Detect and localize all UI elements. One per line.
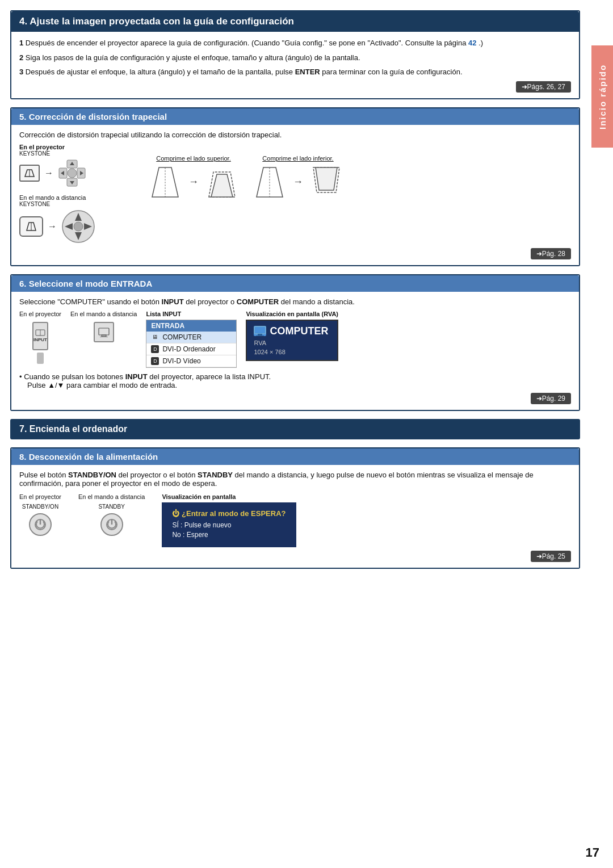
input-list-header: ENTRADA <box>146 320 236 332</box>
section4-step1: 1 Después de encender el proyector apare… <box>19 37 571 49</box>
svg-point-18 <box>74 222 83 231</box>
keystone-button-projector <box>19 165 40 182</box>
section8-header: 8. Desconexión de la alimentación <box>11 448 579 465</box>
svg-marker-22 <box>211 174 233 197</box>
s8-label-btn-remote: STANDBY <box>98 504 125 510</box>
section8-desc: Pulse el botón STANDBY/ON del proyector … <box>19 471 571 488</box>
s8-screen-title: ⏻ ¿Entrar al modo de ESPERA? <box>172 509 285 518</box>
label-keystone-s5: KEYSTONE <box>19 150 144 157</box>
rva-sub1: RVA <box>254 339 330 346</box>
svg-rect-34 <box>256 336 264 336</box>
keystone-button-remote <box>19 216 43 237</box>
label-keystone-remote-s5: KEYSTONE <box>19 201 144 207</box>
section6-page-ref: ➜Pág. 29 <box>531 393 571 404</box>
arrow-mid2-s5: → <box>293 176 303 188</box>
trap-compressed-lower <box>311 165 342 199</box>
label-input-list: Lista INPUT <box>146 311 237 317</box>
s8-label-btn-projector: STANDBY/ON <box>22 504 58 510</box>
input-button-projector: INPUT <box>32 322 48 350</box>
input-list-box: ENTRADA 🖥 COMPUTER D DVI-D Ordenador D D… <box>146 320 237 368</box>
section4: 4. Ajuste la imagen proyectada con la gu… <box>10 10 580 99</box>
rva-title-text: COMPUTER <box>270 325 328 337</box>
svg-rect-29 <box>99 328 109 335</box>
s8-screen-group: Visualización en pantalla ⏻ ¿Entrar al m… <box>162 493 296 547</box>
section8-page-ref: ➜Pág. 25 <box>531 551 571 562</box>
standby-button-remote <box>100 513 123 536</box>
s8-label-projector: En el proyector <box>19 493 61 500</box>
svg-rect-32 <box>254 326 266 334</box>
page-number: 17 <box>586 845 599 860</box>
section4-step2: 2 Siga los pasos de la guía de configura… <box>19 52 571 64</box>
input-item-dvid2: D DVI-D Vídeo <box>146 355 236 367</box>
dpad-remote <box>61 209 95 244</box>
svg-marker-26 <box>316 167 337 190</box>
s6-bullet1: • Cuando se pulsan los botones INPUT del… <box>19 372 571 381</box>
section5-page-ref: ➜Pág. 28 <box>531 248 571 259</box>
arrow-icon-remote-s5: → <box>48 221 57 232</box>
rva-computer-icon <box>254 326 266 336</box>
trap-normal <box>150 165 180 199</box>
label-projector-s5: En el proyector <box>19 144 144 150</box>
s8-remote-group: En el mando a distancia STANDBY <box>78 493 145 536</box>
side-tab: Inicio rápido <box>591 45 613 148</box>
section5-header: 5. Corrección de distorsión trapecial <box>11 108 579 125</box>
svg-rect-30 <box>102 335 106 337</box>
standby-on-button <box>29 513 52 536</box>
section7-header: 7. Encienda el ordenador <box>11 420 579 438</box>
label-remote-s6: En el mando a distancia <box>70 311 137 317</box>
svg-point-6 <box>68 169 77 178</box>
input-item-dvid1: D DVI-D Ordenador <box>146 343 236 355</box>
section6: 6. Seleccione el modo ENTRADA Seleccione… <box>10 274 580 411</box>
section4-page-ref: ➜Págs. 26, 27 <box>516 81 571 93</box>
label-rva-display: Visualización en pantalla (RVA) <box>246 311 338 317</box>
d-icon-2: D <box>151 357 159 365</box>
s8-label-display: Visualización en pantalla <box>162 493 296 500</box>
section6-header: 6. Seleccione el modo ENTRADA <box>11 275 579 292</box>
arrow-mid-s5: → <box>188 176 199 188</box>
label-remote-s5: En el mando a distancia <box>19 194 144 201</box>
s8-screen-box: ⏻ ¿Entrar al modo de ESPERA? SÍ : Pulse … <box>162 502 296 547</box>
s8-screen-line2: No : Espere <box>172 531 285 539</box>
d-icon-1: D <box>151 345 159 353</box>
label-compress-upper: Comprime el lado superior. <box>156 155 230 162</box>
input-item-computer: 🖥 COMPUTER <box>146 332 236 343</box>
dpad-projector <box>58 159 86 187</box>
trap-normal2 <box>254 165 285 199</box>
rva-display-box: COMPUTER RVA 1024 × 768 <box>246 320 338 361</box>
label-projector-s6: En el proyector <box>19 311 61 317</box>
s8-screen-line1: SÍ : Pulse de nuevo <box>172 521 285 529</box>
section4-step3: 3 Después de ajustar el enfoque, la altu… <box>19 66 571 78</box>
s8-label-remote: En el mando a distancia <box>78 493 145 500</box>
svg-rect-33 <box>258 334 262 336</box>
section5: 5. Corrección de distorsión trapecial Co… <box>10 107 580 266</box>
section4-header: 4. Ajuste la imagen proyectada con la gu… <box>11 11 579 32</box>
s8-projector-group: En el proyector STANDBY/ON <box>19 493 61 536</box>
section7: 7. Encienda el ordenador <box>10 419 580 439</box>
svg-rect-31 <box>100 337 108 337</box>
trap-compressed-upper <box>207 165 237 199</box>
s6-bullet2: Pulse ▲/▼ para cambiar el modo de entrad… <box>19 381 571 389</box>
section6-desc: Seleccione "COMPUTER" usando el botón IN… <box>19 297 571 306</box>
section8: 8. Desconexión de la alimentación Pulse … <box>10 447 580 569</box>
section5-desc: Corrección de distorsión trapecial utili… <box>19 131 571 139</box>
label-compress-lower: Comprime el lado inferior. <box>262 155 333 162</box>
arrow-icon-s5: → <box>44 168 53 178</box>
computer-button-remote <box>94 322 114 342</box>
computer-icon: 🖥 <box>151 333 159 341</box>
rva-sub2: 1024 × 768 <box>254 349 330 355</box>
